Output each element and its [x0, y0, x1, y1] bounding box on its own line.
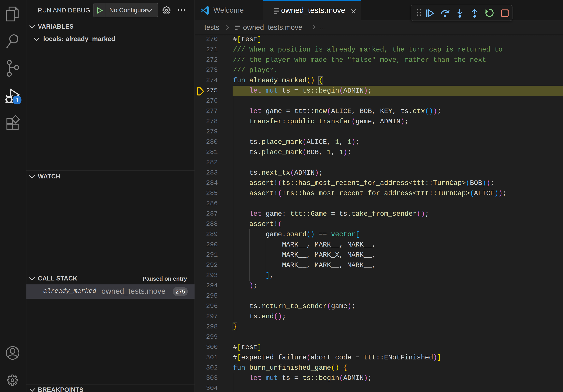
svg-text:1: 1: [15, 97, 19, 104]
